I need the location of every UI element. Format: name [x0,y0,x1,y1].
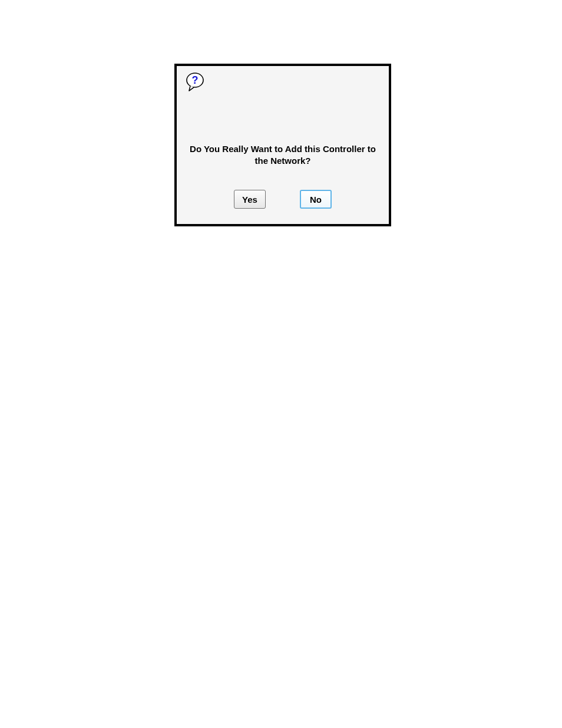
yes-button[interactable]: Yes [234,190,266,209]
question-icon: ? [185,72,206,93]
dialog-body: Do You Really Want to Add this Controlle… [177,99,389,190]
no-button[interactable]: No [300,190,332,209]
dialog-header: ? [177,66,389,99]
dialog-message: Do You Really Want to Add this Controlle… [185,143,381,167]
confirmation-dialog: ? Do You Really Want to Add this Control… [174,64,391,226]
dialog-button-row: Yes No [177,190,389,224]
svg-text:?: ? [192,74,199,86]
